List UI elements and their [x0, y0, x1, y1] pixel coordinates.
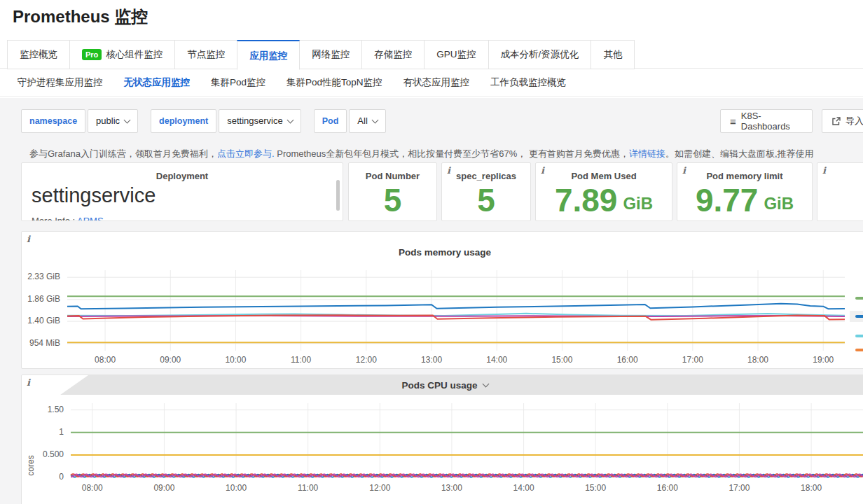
y-axis-tick: 2.33 GiB: [22, 272, 60, 281]
banner-text: 。如需创建、编辑大盘面板,推荐使用: [665, 148, 814, 159]
info-icon[interactable]: i: [447, 165, 450, 176]
chevron-down-icon: [286, 116, 294, 123]
pod-mem-used-stat-panel: i Pod Mem Used 7.89 GiB: [535, 162, 672, 221]
info-icon[interactable]: i: [682, 165, 686, 176]
x-axis-tick: 11:00: [284, 355, 319, 365]
pod-number-stat-panel: Pod Number 5: [348, 162, 437, 221]
x-axis-tick: 18:00: [740, 355, 775, 365]
prometheus-dashboard: Prometheus 监控 监控概览Pro核心组件监控节点监控应用监控网络监控存…: [0, 0, 863, 504]
join-now-link[interactable]: 点击立即参与.: [217, 148, 275, 159]
primary-tab[interactable]: 其他: [591, 40, 635, 69]
primary-tab-label: 监控概览: [20, 41, 57, 69]
pods-cpu-usage-panel: i Pods CPU usage cores 08:0009:0010:0011…: [21, 374, 863, 504]
primary-tab[interactable]: 存储监控: [361, 40, 424, 69]
panel-scrollbar[interactable]: [336, 180, 340, 211]
namespace-select[interactable]: public: [88, 109, 138, 133]
arms-link[interactable]: ARMS: [77, 216, 104, 221]
info-icon[interactable]: i: [822, 165, 826, 176]
x-axis-tick: 08:00: [88, 355, 123, 365]
primary-tab[interactable]: 网络监控: [299, 40, 362, 69]
primary-tab-label: 核心组件监控: [106, 41, 163, 69]
primary-tab[interactable]: 监控概览: [7, 40, 70, 69]
pod-memory-limit-stat-panel: i Pod memory limit 9.77 GiB: [677, 162, 813, 221]
pod-filter: Pod All: [314, 109, 386, 133]
secondary-tab[interactable]: 工作负载监控概览: [490, 74, 566, 92]
chevron-down-icon: [371, 116, 378, 123]
deployment-select[interactable]: settingservice: [219, 109, 301, 133]
x-axis-tick: 11:00: [291, 483, 326, 493]
import-grafana-button[interactable]: 导入Grafana: [822, 109, 863, 133]
promo-banner: 参与Grafana入门训练营，领取首月免费福利，点击立即参与. Promethe…: [29, 148, 863, 160]
info-icon[interactable]: i: [27, 377, 30, 388]
y-axis-tick: 1.50: [22, 405, 64, 414]
deployment-label: deployment: [151, 109, 216, 133]
deployment-stat-panel: Deployment settingservice More Info : AR…: [21, 162, 343, 221]
primary-tab-label: 成本分析/资源优化: [501, 41, 579, 69]
info-icon[interactable]: i: [541, 165, 544, 176]
legend-swatch[interactable]: [855, 349, 863, 351]
secondary-tab[interactable]: 集群Pod性能TopN监控: [286, 74, 382, 92]
chart-title: Pods memory usage: [22, 247, 863, 258]
primary-tab[interactable]: 节点监控: [174, 40, 237, 69]
pods-memory-usage-panel: i Pods memory usage 08:0009:0010:0011:00…: [21, 231, 863, 369]
namespace-label: namespace: [21, 109, 85, 133]
filter-row: namespace public deployment settingservi…: [21, 109, 386, 133]
y-axis-tick: 0: [22, 472, 64, 482]
k8s-dashboards-button[interactable]: ≡ K8S-Dashboards: [720, 109, 813, 133]
primary-tab-bar: 监控概览Pro核心组件监控节点监控应用监控网络监控存储监控GPU监控成本分析/资…: [7, 40, 634, 70]
banner-text: Prometheus全新包年包月模式，相比按量付费至少节省67%， 更有首购首月…: [275, 148, 629, 159]
page-title: Prometheus 监控: [13, 6, 148, 28]
primary-tab-label: GPU监控: [436, 41, 476, 69]
x-axis-tick: 14:00: [479, 355, 514, 365]
x-axis-tick: 09:00: [146, 483, 181, 493]
primary-tab[interactable]: Pro核心组件监控: [69, 40, 175, 69]
banner-text: 参与Grafana入门训练营，领取首月免费福利，: [29, 148, 217, 159]
x-axis-tick: 13:00: [434, 483, 469, 493]
info-icon[interactable]: i: [27, 234, 30, 244]
x-axis-tick: 18:00: [794, 483, 829, 493]
secondary-tab[interactable]: 有状态应用监控: [403, 74, 470, 92]
legend-swatch[interactable]: [855, 315, 863, 318]
x-axis-tick: 13:00: [414, 355, 449, 365]
details-link[interactable]: 详情链接: [629, 148, 665, 159]
secondary-tab[interactable]: 集群Pod监控: [211, 74, 265, 92]
primary-tab-label: 其他: [603, 41, 622, 69]
stat-value: 7.89 GiB: [536, 180, 672, 220]
x-axis-tick: 16:00: [650, 483, 685, 493]
chart-title[interactable]: Pods CPU usage: [22, 375, 863, 395]
secondary-tab-bar: 守护进程集应用监控无状态应用监控集群Pod监控集群Pod性能TopN监控有状态应…: [18, 74, 566, 92]
primary-tab[interactable]: GPU监控: [424, 40, 488, 69]
clipped-stat-panel: i: [817, 162, 863, 221]
panel-title: Deployment: [22, 171, 343, 181]
chart-plot-area[interactable]: [71, 403, 863, 477]
primary-tab-label: 节点监控: [187, 41, 225, 69]
more-info: More Info : ARMS: [32, 216, 104, 221]
x-axis-tick: 09:00: [153, 355, 188, 365]
x-axis-tick: 19:00: [806, 355, 841, 365]
x-axis-tick: 12:00: [349, 355, 384, 365]
y-axis-tick: 0.500: [22, 449, 64, 459]
x-axis-tick: 10:00: [218, 355, 253, 365]
primary-tab[interactable]: 成本分析/资源优化: [488, 40, 592, 69]
y-axis-tick: 1.40 GiB: [22, 316, 60, 326]
chevron-down-icon: [482, 380, 489, 387]
chevron-down-icon: [124, 116, 131, 123]
chart-plot-area[interactable]: [67, 270, 845, 351]
deployment-value: settingservice: [32, 184, 156, 207]
primary-tab-label: 存储监控: [374, 41, 412, 69]
stat-value: 9.77 GiB: [677, 180, 812, 220]
menu-icon: ≡: [730, 115, 736, 127]
primary-tab-label: 网络监控: [312, 41, 350, 69]
x-axis-tick: 17:00: [675, 355, 710, 365]
legend-swatch[interactable]: [855, 297, 863, 300]
deployment-filter: deployment settingservice: [151, 109, 301, 133]
stat-value: 5: [442, 180, 530, 220]
primary-tab-label: 应用监控: [249, 43, 287, 69]
primary-tab[interactable]: 应用监控: [237, 40, 300, 70]
secondary-tab[interactable]: 守护进程集应用监控: [18, 74, 103, 92]
pod-select[interactable]: All: [349, 109, 385, 133]
secondary-tab[interactable]: 无状态应用监控: [124, 74, 191, 92]
legend-swatch[interactable]: [855, 335, 863, 337]
x-axis-tick: 17:00: [722, 483, 757, 493]
export-icon: [831, 117, 841, 126]
